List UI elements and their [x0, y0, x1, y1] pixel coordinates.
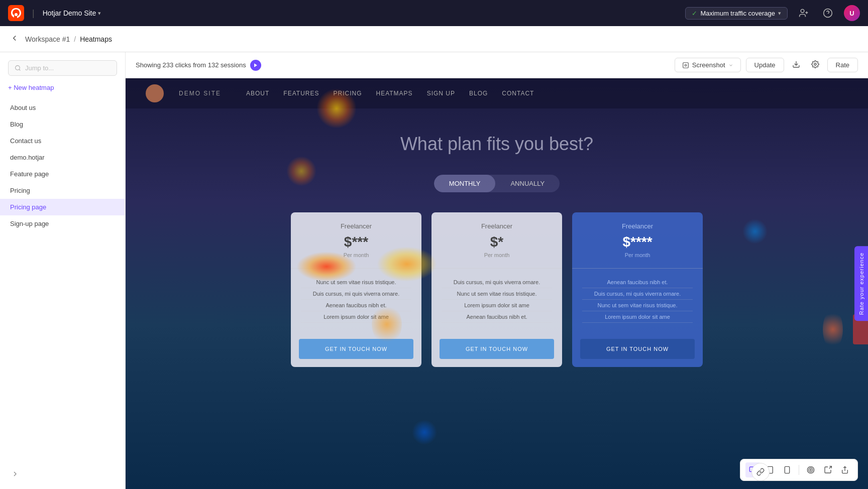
sidebar-item-contact-us[interactable]: Contact us: [0, 133, 125, 149]
svg-point-22: [809, 468, 813, 472]
card-3-feature-2: Duis cursus, mi quis viverra ornare.: [582, 288, 693, 300]
card-2-cta[interactable]: GET IN TOUCH NOW: [440, 339, 554, 359]
card-1-feature-2: Duis cursus, mi quis viverra ornare.: [301, 288, 411, 300]
card-3-period: Per month: [582, 252, 693, 258]
sidebar-item-about-us[interactable]: About us: [0, 99, 125, 116]
card-1-cta[interactable]: GET IN TOUCH NOW: [299, 339, 413, 359]
pricing-cards: Freelancer $*** Per month Nunc ut sem vi…: [126, 212, 868, 367]
add-user-button[interactable]: [796, 5, 812, 21]
session-info: Showing 233 clicks from 132 sessions: [136, 60, 261, 71]
check-icon: ✓: [692, 10, 697, 17]
sidebar-item-sign-up-page[interactable]: Sign-up page: [0, 215, 125, 232]
card-2-period: Per month: [442, 252, 552, 258]
rate-button[interactable]: Rate: [827, 58, 858, 72]
play-button[interactable]: [250, 60, 261, 71]
workspace-link[interactable]: Workspace #1: [25, 35, 70, 43]
billing-toggle[interactable]: MONTHLY ANNUALLY: [434, 175, 560, 192]
mobile-view-button[interactable]: [780, 462, 795, 477]
share-button[interactable]: [837, 462, 852, 477]
new-heatmap-button[interactable]: + New heatmap: [8, 84, 117, 91]
card-1-features: Nunc ut sem vitae risus tristique. Duis …: [291, 268, 421, 331]
help-button[interactable]: [820, 5, 836, 21]
demo-site: DEMO SITE ABOUT FEATURES PRICING HEATMAP…: [126, 78, 868, 489]
sub-navigation: Workspace #1 / Heatmaps: [0, 26, 868, 52]
demo-nav-about: ABOUT: [246, 90, 269, 97]
avatar[interactable]: U: [844, 5, 860, 21]
pricing-card-1: Freelancer $*** Per month Nunc ut sem vi…: [291, 212, 421, 367]
pricing-card-3: Freelancer $**** Per month Aenean faucib…: [572, 212, 703, 367]
pricing-card-2: Freelancer $* Per month Duis cursus, mi …: [431, 212, 562, 367]
card-1-price: $***: [301, 234, 411, 250]
svg-point-13: [814, 63, 816, 65]
demo-nav: DEMO SITE ABOUT FEATURES PRICING HEATMAP…: [126, 78, 868, 108]
demo-nav-links: ABOUT FEATURES PRICING HEATMAPS SIGN UP …: [246, 90, 534, 97]
sidebar-item-blog[interactable]: Blog: [0, 116, 125, 133]
side-feedback-tab[interactable]: Rate your experience: [854, 247, 868, 321]
card-1-feature-3: Aenean faucibus nibh et.: [301, 300, 411, 311]
toolbar-right: Screenshot Update Rate: [675, 57, 858, 73]
heat-spot-card-2: [412, 420, 437, 445]
svg-point-11: [685, 64, 687, 66]
demo-logo: [146, 84, 164, 102]
heatmap-toolbar: Showing 233 clicks from 132 sessions Scr…: [126, 52, 868, 78]
demo-site-name: DEMO SITE: [179, 90, 221, 97]
demo-nav-pricing: PRICING: [333, 90, 362, 97]
nav-separator: |: [32, 8, 35, 19]
toggle-area: MONTHLY ANNUALLY: [126, 175, 868, 192]
demo-nav-contact: CONTACT: [502, 90, 534, 97]
heatmap-viewport[interactable]: DEMO SITE ABOUT FEATURES PRICING HEATMAP…: [126, 78, 868, 489]
sidebar-item-pricing-page[interactable]: Pricing page: [0, 199, 125, 215]
screenshot-button[interactable]: Screenshot: [675, 58, 741, 72]
download-button[interactable]: [789, 57, 803, 73]
svg-point-1: [15, 13, 18, 16]
svg-rect-19: [785, 466, 789, 473]
svg-line-24: [829, 466, 832, 469]
link-icon-button[interactable]: [751, 463, 770, 481]
demo-nav-blog: BLOG: [469, 90, 488, 97]
sidebar-item-pricing[interactable]: Pricing: [0, 182, 125, 199]
demo-nav-signup: SIGN UP: [427, 90, 455, 97]
card-3-cta[interactable]: GET IN TOUCH NOW: [580, 339, 695, 359]
target-button[interactable]: [803, 462, 818, 477]
sidebar-item-demo-hotjar[interactable]: demo.hotjar: [0, 149, 125, 166]
card-1-feature-1: Nunc ut sem vitae risus tristique.: [301, 277, 411, 288]
traffic-coverage-badge[interactable]: ✓ Maximum traffic coverage ▾: [685, 7, 788, 20]
content-area: Showing 233 clicks from 132 sessions Scr…: [126, 52, 868, 489]
search-input[interactable]: Jump to...: [8, 60, 117, 76]
svg-point-2: [801, 10, 804, 13]
traffic-label: Maximum traffic coverage: [700, 10, 775, 17]
sidebar: Jump to... + New heatmap About us Blog C…: [0, 52, 126, 489]
card-2-feature-1: Duis cursus, mi quis viverra ornare.: [442, 277, 552, 288]
site-name-button[interactable]: Hotjar Demo Site ▾: [43, 9, 101, 17]
card-3-price: $****: [582, 234, 693, 250]
svg-line-8: [19, 69, 20, 70]
breadcrumb: Workspace #1 / Heatmaps: [25, 35, 112, 43]
demo-nav-features: FEATURES: [283, 90, 319, 97]
card-2-feature-3: Lorem ipsum dolor sit ame: [442, 300, 552, 311]
main-layout: Jump to... + New heatmap About us Blog C…: [0, 52, 868, 489]
demo-heading: What plan fits you best?: [126, 134, 868, 155]
hotjar-logo[interactable]: [8, 5, 24, 21]
update-button[interactable]: Update: [746, 58, 784, 72]
settings-icon-button[interactable]: [808, 57, 822, 73]
card-2-feature-4: Aenean faucibus nibh et.: [442, 311, 552, 323]
collapse-sidebar-button[interactable]: [8, 467, 22, 481]
card-3-tier: Freelancer: [582, 222, 693, 230]
card-3-feature-4: Lorem ipsum dolor sit ame: [582, 311, 693, 323]
card-1-feature-4: Lorem ipsum dolor sit ame: [301, 311, 411, 323]
back-button[interactable]: [10, 34, 19, 45]
svg-rect-10: [683, 62, 689, 68]
monthly-option[interactable]: MONTHLY: [434, 175, 496, 192]
card-2-price: $*: [442, 234, 552, 250]
card-1-period: Per month: [301, 252, 411, 258]
nav-right: ✓ Maximum traffic coverage ▾ U: [685, 5, 860, 21]
clip-button[interactable]: [820, 462, 835, 477]
card-1-tier: Freelancer: [301, 222, 411, 230]
top-navigation: | Hotjar Demo Site ▾ ✓ Maximum traffic c…: [0, 0, 868, 26]
sidebar-item-feature-page[interactable]: Feature page: [0, 166, 125, 182]
card-2-feature-2: Nunc ut sem vitae risus tristique.: [442, 288, 552, 300]
card-3-features: Aenean faucibus nibh et. Duis cursus, mi…: [572, 268, 703, 331]
card-3-feature-1: Aenean faucibus nibh et.: [582, 277, 693, 288]
card-3-feature-3: Nunc ut sem vitae risus tristique.: [582, 300, 693, 311]
annually-option[interactable]: ANNUALLY: [495, 175, 560, 192]
